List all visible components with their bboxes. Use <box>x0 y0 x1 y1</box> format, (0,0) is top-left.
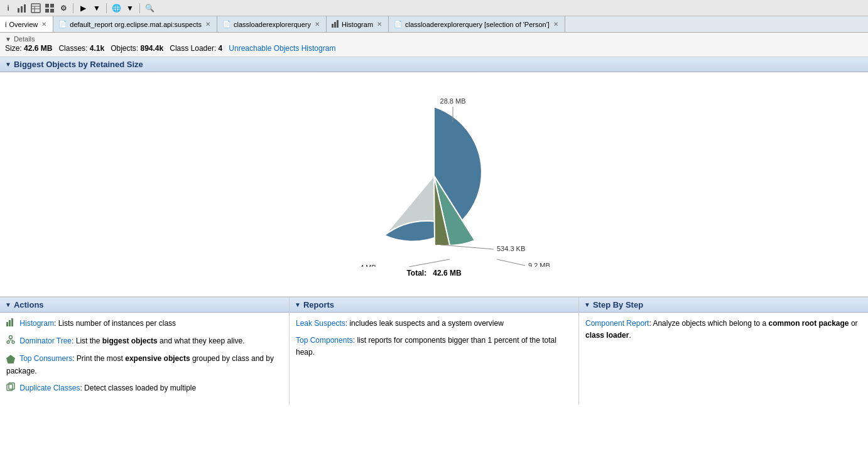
action-top-consumers: Top Consumers: Print the most expensive … <box>6 353 283 377</box>
tab-overview[interactable]: i Overview ✕ <box>0 16 53 33</box>
svg-rect-20 <box>11 318 13 326</box>
svg-point-26 <box>12 341 14 343</box>
duplicate-link[interactable]: Duplicate Classes <box>19 384 80 392</box>
unreachable-objects-link[interactable]: Unreachable Objects Histogram <box>229 44 335 53</box>
label-28mb: 28.8 MB <box>440 97 466 105</box>
search-icon[interactable]: 🔍 <box>144 3 155 14</box>
tab-classloader[interactable]: 📄 classloaderexplorerquery ✕ <box>217 16 327 32</box>
dominator-desc-prefix: : List the <box>72 336 102 345</box>
component-desc-suffix: . <box>629 331 631 340</box>
tab-histogram-label: Histogram <box>342 21 373 28</box>
info-icon[interactable]: i <box>3 3 14 14</box>
chart-total-label: Total: <box>406 269 426 277</box>
svg-rect-12 <box>334 22 336 28</box>
global-dropdown-icon[interactable]: ▼ <box>124 3 136 14</box>
svg-rect-3 <box>31 4 40 13</box>
svg-rect-9 <box>45 9 49 13</box>
leak-suspects-link[interactable]: Leak Suspects <box>296 319 345 328</box>
classes-value: 4.1k <box>90 44 104 53</box>
step-by-step-collapse-arrow: ▼ <box>584 301 590 308</box>
component-report-link[interactable]: Component Report <box>585 319 649 328</box>
classloader-value: 4 <box>219 44 223 53</box>
biggest-objects-title-bar[interactable]: ▼ Biggest Objects by Retained Size <box>0 57 868 72</box>
reports-content: Leak Suspects: includes leak suspects an… <box>290 313 578 369</box>
tab-histogram-close[interactable]: ✕ <box>376 21 383 28</box>
classloader-label: Class Loader: <box>170 44 216 53</box>
svg-rect-8 <box>50 4 54 8</box>
details-section: ▼ Details Size: 42.6 MB Classes: 4.1k Ob… <box>0 33 868 57</box>
global-icon[interactable]: 🌐 <box>111 3 122 14</box>
step-by-step-panel: ▼ Step By Step Component Report: Analyze… <box>579 298 868 405</box>
actions-title: Actions <box>14 300 44 309</box>
tab-histogram[interactable]: Histogram ✕ <box>327 16 389 32</box>
actions-title-bar[interactable]: ▼ Actions <box>0 298 289 313</box>
chart-total: Total: 42.6 MB <box>271 269 597 290</box>
step-component-report: Component Report: Analyze objects which … <box>585 318 862 342</box>
duplicate-icon <box>6 382 15 395</box>
biggest-objects-title: Biggest Objects by Retained Size <box>14 60 143 69</box>
tab-report-icon: 📄 <box>58 20 67 28</box>
tab-classloader2[interactable]: 📄 classloaderexplorerquery [selection of… <box>389 16 565 32</box>
svg-line-17 <box>440 245 494 249</box>
svg-line-15 <box>497 259 525 266</box>
classes-label: Classes: <box>58 44 87 53</box>
top-components-link[interactable]: Top Components <box>296 336 353 345</box>
tab-classloader-label: classloaderexplorerquery <box>234 21 311 28</box>
settings-icon[interactable]: ⚙ <box>58 3 69 14</box>
actions-content: Histogram: Lists number of instances per… <box>0 313 289 405</box>
svg-point-25 <box>7 341 9 343</box>
tab-classloader-close[interactable]: ✕ <box>313 21 321 28</box>
step-by-step-title-bar[interactable]: ▼ Step By Step <box>579 298 868 313</box>
svg-point-21 <box>9 336 13 339</box>
tab-default-report-label: default_report org.eclipse.mat.api:suspe… <box>70 21 202 28</box>
tab-report-close[interactable]: ✕ <box>204 21 212 28</box>
details-header[interactable]: ▼ Details <box>5 35 863 43</box>
table-icon[interactable] <box>30 3 41 14</box>
chart-wrapper: 28.8 MB 9.2 MB 4 MB 534.3 KB Total: 42.6 <box>271 85 597 290</box>
tab-classloader2-label: classloaderexplorerquery [selection of '… <box>405 21 550 28</box>
svg-rect-1 <box>21 6 23 13</box>
component-bold2: class loader <box>585 331 629 340</box>
run-icon[interactable]: ▶ <box>77 3 89 14</box>
top-consumers-icon <box>6 355 15 363</box>
tab-overview-icon: i <box>5 21 6 28</box>
chart-container: 28.8 MB 9.2 MB 4 MB 534.3 KB Total: 42.6 <box>0 72 868 296</box>
actions-collapse-arrow: ▼ <box>5 301 11 308</box>
separator1 <box>73 3 73 13</box>
grid-icon[interactable] <box>44 3 55 14</box>
actions-panel: ▼ Actions Histogram: Lists number of ins… <box>0 298 290 405</box>
label-9mb: 9.2 MB <box>528 262 550 267</box>
size-label: Size: <box>5 44 22 53</box>
details-label: Details <box>14 35 35 43</box>
leak-suspects-desc: : includes leak suspects and a system ov… <box>345 319 504 328</box>
svg-rect-18 <box>6 322 8 326</box>
svg-rect-10 <box>50 9 54 13</box>
tab-overview-close[interactable]: ✕ <box>40 21 48 28</box>
svg-rect-19 <box>9 320 11 326</box>
reports-title-bar[interactable]: ▼ Reports <box>290 298 578 313</box>
separator3 <box>139 3 140 13</box>
tab-bar: i Overview ✕ 📄 default_report org.eclips… <box>0 16 868 33</box>
bottom-panels: ▼ Actions Histogram: Lists number of ins… <box>0 297 868 405</box>
objects-label: Objects: <box>111 44 138 53</box>
svg-rect-2 <box>24 4 26 13</box>
svg-rect-7 <box>45 4 49 8</box>
histogram-link[interactable]: Histogram <box>19 319 54 328</box>
details-collapse-arrow: ▼ <box>5 36 11 43</box>
chart-icon[interactable] <box>16 3 28 14</box>
report-top-components: Top Components: list reports for compone… <box>296 335 572 358</box>
dominator-link[interactable]: Dominator Tree <box>19 336 72 345</box>
step-by-step-content: Component Report: Analyze objects which … <box>579 313 868 352</box>
biggest-objects-section: ▼ Biggest Objects by Retained Size <box>0 57 868 297</box>
tab-classloader2-icon: 📄 <box>394 20 403 28</box>
svg-rect-11 <box>332 24 334 28</box>
tab-default-report[interactable]: 📄 default_report org.eclipse.mat.api:sus… <box>53 16 217 32</box>
dominator-desc-suffix: and what they keep alive. <box>158 336 245 345</box>
top-consumers-link[interactable]: Top Consumers <box>19 354 72 363</box>
tab-classloader2-close[interactable]: ✕ <box>552 21 560 28</box>
action-dominator: Dominator Tree: List the biggest objects… <box>6 335 283 348</box>
action-duplicate: Duplicate Classes: Detect classes loaded… <box>6 382 283 395</box>
separator2 <box>106 3 107 13</box>
biggest-objects-collapse-arrow: ▼ <box>5 61 11 68</box>
run-dropdown-icon[interactable]: ▼ <box>91 3 102 14</box>
